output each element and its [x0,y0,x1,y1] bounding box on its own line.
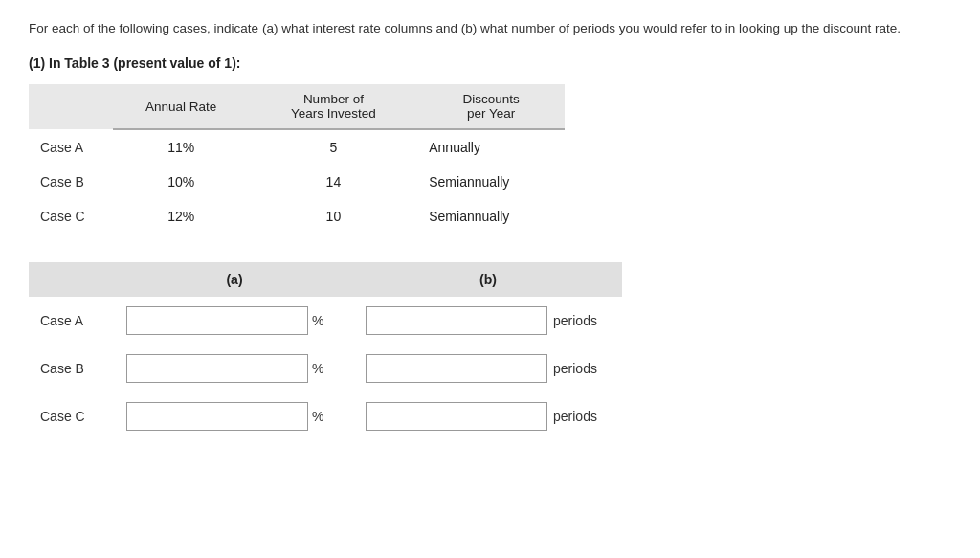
case-b-periods-input[interactable] [366,354,547,383]
bottom-case-b-label: Case B [29,345,115,392]
case-a-percent-input[interactable] [126,306,308,335]
case-a-periods-label: periods [553,313,597,328]
col-a-header: (a) [115,262,354,297]
table-row: Case C 12% 10 Semiannually [29,199,565,234]
table-row: Case A 11% 5 Annually [29,129,565,165]
bottom-case-b-col-a: % [115,345,354,392]
col-empty-header [29,84,113,129]
bottom-case-a-col-a: % [115,297,354,345]
case-c-periods-label: periods [553,409,597,424]
years-invested-header: Number of Years Invested [250,84,418,129]
bottom-case-a-label: Case A [29,297,115,345]
bottom-case-c-col-a: % [115,392,354,440]
case-b-label: Case B [29,165,113,199]
case-c-label: Case C [29,199,113,234]
case-a-discounts: Annually [417,129,565,165]
bottom-case-b-col-b: periods [354,345,622,392]
case-c-discounts: Semiannually [417,199,565,234]
case-b-discounts: Semiannually [417,165,565,199]
intro-text: For each of the following cases, indicat… [29,19,951,38]
case-c-percent-symbol: % [312,409,323,424]
case-c-years: 10 [250,199,418,234]
top-table: Annual Rate Number of Years Invested Dis… [29,84,565,234]
case-a-label: Case A [29,129,113,165]
case-c-periods-input[interactable] [366,402,547,431]
case-b-annual-rate: 10% [113,165,250,199]
case-b-years: 14 [250,165,418,199]
case-a-years: 5 [250,129,418,165]
bottom-case-c-label: Case C [29,392,115,440]
case-a-annual-rate: 11% [113,129,250,165]
table-row: Case B 10% 14 Semiannually [29,165,565,199]
case-a-periods-input[interactable] [366,306,547,335]
bottom-empty-header [29,262,115,297]
bottom-case-c-col-b: periods [354,392,622,440]
bottom-case-a-col-b: periods [354,297,622,345]
case-a-percent-symbol: % [312,313,323,328]
case-c-percent-input[interactable] [126,402,308,431]
case-b-percent-symbol: % [312,361,323,376]
top-table-wrapper: Annual Rate Number of Years Invested Dis… [29,84,951,234]
annual-rate-header: Annual Rate [113,84,250,129]
col-b-header: (b) [354,262,622,297]
bottom-row-case-a: Case A % periods [29,297,622,345]
bottom-row-case-c: Case C % periods [29,392,622,440]
case-b-percent-input[interactable] [126,354,308,383]
section-title: (1) In Table 3 (present value of 1): [29,56,951,71]
case-c-annual-rate: 12% [113,199,250,234]
discounts-per-year-header: Discounts per Year [417,84,565,129]
case-b-periods-label: periods [553,361,597,376]
bottom-table: (a) (b) Case A % periods [29,262,622,440]
bottom-section: (a) (b) Case A % periods [29,262,951,440]
bottom-row-case-b: Case B % periods [29,345,622,392]
